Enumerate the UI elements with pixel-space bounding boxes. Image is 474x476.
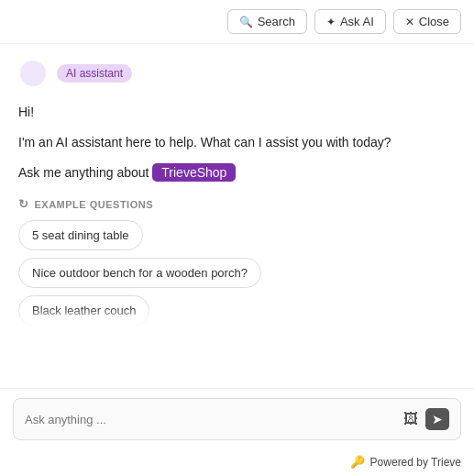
input-icons: 🖼 ➤: [403, 408, 449, 430]
search-icon: 🔍: [239, 16, 253, 28]
search-button[interactable]: 🔍 Search: [227, 9, 307, 34]
input-wrapper: 🖼 ➤: [13, 398, 461, 440]
ask-ai-button[interactable]: ✦ Ask AI: [314, 9, 386, 34]
intro-message: I'm an AI assistant here to help. What c…: [18, 133, 456, 152]
example-question-1-text: 5 seat dining table: [32, 228, 129, 242]
greeting-message: Hi!: [18, 103, 456, 122]
refresh-icon[interactable]: ↻: [18, 197, 29, 211]
footer: 🔑 Powered by Trieve: [0, 449, 474, 476]
powered-by-text: Powered by Trieve: [370, 456, 461, 469]
close-button[interactable]: ✕ Close: [393, 9, 461, 34]
chat-area: 🤖 AI assistant Hi! I'm an AI assistant h…: [0, 44, 474, 388]
brand-highlight: TrieveShop: [152, 163, 236, 182]
prompt-prefix: Ask me anything about: [18, 165, 149, 180]
send-button[interactable]: ➤: [425, 408, 449, 430]
ai-header: 🤖 AI assistant: [18, 59, 456, 88]
trieve-logo-icon: 🔑: [350, 455, 365, 469]
input-area: 🖼 ➤: [0, 388, 474, 449]
example-question-3-text: Black leather couch: [32, 304, 136, 317]
example-questions-list: 5 seat dining table Nice outdoor bench f…: [18, 220, 456, 326]
search-label: Search: [258, 15, 295, 28]
image-upload-button[interactable]: 🖼: [403, 411, 418, 427]
example-questions-label: EXAMPLE QUESTIONS: [35, 199, 154, 210]
top-bar: 🔍 Search ✦ Ask AI ✕ Close: [0, 0, 474, 44]
prompt-message: Ask me anything about TrieveShop: [18, 163, 456, 183]
image-icon: 🖼: [403, 411, 418, 427]
chat-input[interactable]: [25, 413, 396, 426]
example-header: ↻ EXAMPLE QUESTIONS: [18, 197, 456, 211]
example-question-3[interactable]: Black leather couch: [18, 295, 149, 326]
example-question-1[interactable]: 5 seat dining table: [18, 220, 143, 250]
example-question-2[interactable]: Nice outdoor bench for a wooden porch?: [18, 258, 261, 288]
ai-avatar: 🤖: [18, 59, 48, 88]
close-label: Close: [419, 15, 449, 28]
sparkle-icon: ✦: [326, 16, 336, 28]
example-question-3-container: Black leather couch: [18, 295, 456, 326]
chat-widget: 🔍 Search ✦ Ask AI ✕ Close 🤖 AI assistant…: [0, 0, 474, 476]
ask-ai-label: Ask AI: [340, 15, 374, 28]
close-icon: ✕: [405, 16, 414, 28]
send-icon: ➤: [432, 412, 443, 426]
ai-badge: AI assistant: [57, 64, 132, 83]
example-question-2-text: Nice outdoor bench for a wooden porch?: [32, 266, 248, 280]
svg-point-0: [20, 61, 46, 86]
example-section: ↻ EXAMPLE QUESTIONS 5 seat dining table …: [18, 197, 456, 326]
